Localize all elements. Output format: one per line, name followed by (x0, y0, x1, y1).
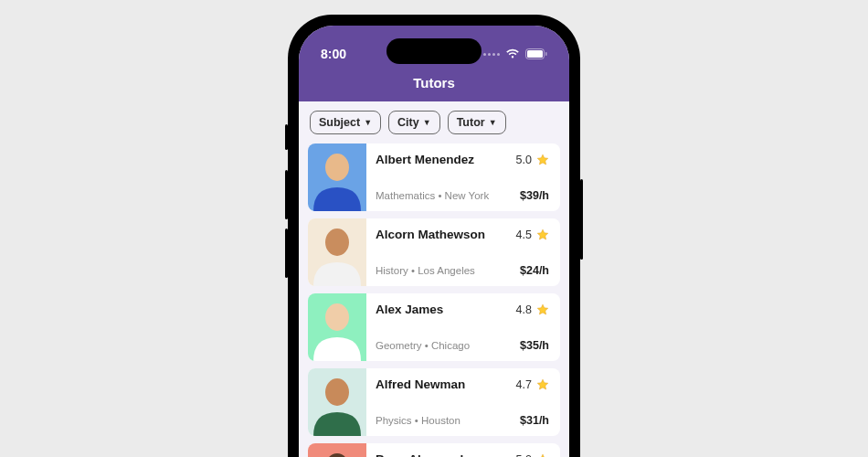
card-body: Beau Alessandro 5.0 (366, 443, 560, 457)
rating-value: 4.7 (516, 378, 532, 391)
card-body: Alcorn Mathewson 4.5 History • Los Angel… (366, 218, 560, 286)
tutor-price: $24/h (520, 264, 549, 277)
tutor-card[interactable]: Alfred Newman 4.7 Physics • Houston $31/… (308, 368, 560, 436)
rating-value: 4.8 (516, 303, 532, 316)
battery-icon (525, 48, 547, 59)
card-body: Alex James 4.8 Geometry • Chicago $35/h (366, 293, 560, 361)
phone-frame: 8:00 Tutors Subject ▼ City ▼ Tutor ▼ (288, 15, 580, 457)
star-icon (536, 453, 549, 458)
tutor-card[interactable]: Albert Menendez 5.0 Mathematics • New Yo… (308, 143, 560, 211)
side-button (285, 124, 288, 150)
status-time: 8:00 (321, 47, 346, 61)
tutor-price: $31/h (520, 414, 549, 427)
tutor-card[interactable]: Alcorn Mathewson 4.5 History • Los Angel… (308, 218, 560, 286)
volume-up-button (285, 170, 288, 219)
tutor-rating: 4.5 (516, 228, 549, 241)
filter-label: Subject (319, 116, 360, 129)
tutor-name: Albert Menendez (376, 153, 474, 166)
filter-subject[interactable]: Subject ▼ (310, 111, 381, 134)
tutor-meta: Geometry • Chicago (376, 340, 470, 351)
filter-label: Tutor (457, 116, 485, 129)
svg-point-6 (325, 228, 349, 256)
tutor-list[interactable]: Albert Menendez 5.0 Mathematics • New Yo… (299, 143, 569, 457)
cellular-icon (483, 53, 500, 56)
tutor-card[interactable]: Beau Alessandro 5.0 (308, 443, 560, 457)
tutor-rating: 5.0 (516, 453, 549, 458)
filter-tutor[interactable]: Tutor ▼ (448, 111, 506, 134)
filter-bar: Subject ▼ City ▼ Tutor ▼ (299, 101, 569, 143)
tutor-name: Alfred Newman (376, 377, 465, 391)
star-icon (536, 154, 549, 166)
tutor-name: Alcorn Mathewson (376, 228, 485, 241)
avatar (308, 443, 366, 457)
card-body: Albert Menendez 5.0 Mathematics • New Yo… (366, 143, 560, 211)
svg-rect-1 (527, 50, 543, 58)
tutor-meta: Mathematics • New York (376, 190, 489, 201)
chevron-down-icon: ▼ (364, 119, 372, 127)
avatar (308, 218, 366, 286)
volume-down-button (285, 228, 288, 278)
screen: 8:00 Tutors Subject ▼ City ▼ Tutor ▼ (299, 26, 569, 457)
tutor-name: Alex James (376, 303, 443, 316)
svg-point-10 (325, 378, 349, 406)
filter-label: City (397, 116, 419, 129)
tutor-rating: 4.7 (516, 378, 549, 391)
dynamic-island (386, 38, 482, 64)
star-icon (536, 303, 549, 316)
rating-value: 4.5 (516, 228, 532, 241)
avatar (308, 293, 366, 361)
card-body: Alfred Newman 4.7 Physics • Houston $31/… (366, 368, 560, 436)
svg-point-8 (325, 303, 349, 331)
chevron-down-icon: ▼ (489, 119, 497, 127)
rating-value: 5.0 (516, 154, 532, 166)
tutor-rating: 5.0 (516, 154, 549, 166)
wifi-icon (505, 48, 520, 59)
filter-city[interactable]: City ▼ (388, 111, 440, 134)
tutor-price: $39/h (520, 189, 549, 202)
tutor-meta: Physics • Houston (376, 415, 460, 426)
rating-value: 5.0 (516, 453, 532, 458)
chevron-down-icon: ▼ (423, 119, 431, 127)
tutor-rating: 4.8 (516, 303, 549, 316)
tutor-price: $35/h (520, 339, 549, 352)
power-button (580, 179, 583, 260)
status-indicators (483, 48, 547, 59)
avatar (308, 143, 366, 211)
svg-rect-2 (545, 52, 547, 56)
avatar (308, 368, 366, 436)
tutor-card[interactable]: Alex James 4.8 Geometry • Chicago $35/h (308, 293, 560, 361)
tutor-meta: History • Los Angeles (376, 265, 475, 276)
page-title: Tutors (299, 66, 569, 101)
tutor-name: Beau Alessandro (376, 452, 476, 457)
star-icon (536, 378, 549, 391)
svg-point-4 (325, 154, 349, 181)
star-icon (536, 228, 549, 241)
